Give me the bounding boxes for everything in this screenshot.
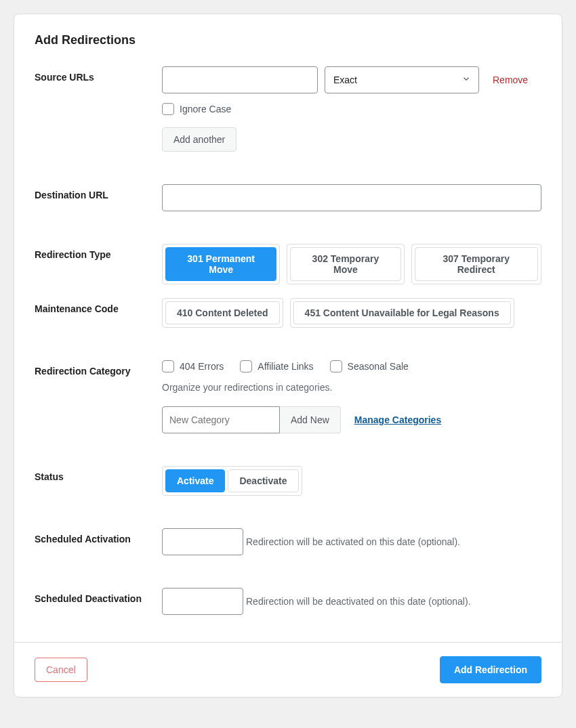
category-404-label[interactable]: 404 Errors [180,361,224,372]
category-affiliate-checkbox[interactable] [240,360,252,372]
scheduled-activation-row: Scheduled Activation Redirection will be… [35,528,541,555]
maintenance-code-label: Maintenance Code [35,298,162,314]
maintenance-code-410[interactable]: 410 Content Deleted [165,301,280,324]
add-another-button[interactable]: Add another [162,127,236,152]
category-checkboxes: 404 Errors Affiliate Links Seasonal Sale [162,360,541,372]
status-content: Activate Deactivate [162,466,541,496]
redirection-category-content: 404 Errors Affiliate Links Seasonal Sale… [162,360,541,433]
status-row: Status Activate Deactivate [35,466,541,496]
source-url-input[interactable] [162,66,318,93]
redirection-type-row: Redirection Type 301 Permanent Move 302 … [35,244,541,284]
maintenance-code-451[interactable]: 451 Content Unavailable for Legal Reason… [293,301,511,324]
remove-source-link[interactable]: Remove [493,74,528,85]
scheduled-deactivation-content: Redirection will be deactivated on this … [162,588,541,615]
ignore-case-label[interactable]: Ignore Case [180,104,231,114]
status-pills: Activate Deactivate [162,466,302,496]
source-urls-content: Exact Remove Ignore Case Add another [162,66,541,152]
category-seasonal-checkbox[interactable] [330,360,342,372]
redirection-type-content: 301 Permanent Move 302 Temporary Move 30… [162,244,541,284]
maintenance-code-pills: 410 Content Deleted 451 Content Unavaila… [162,298,541,328]
card-footer: Cancel Add Redirection [14,642,562,697]
scheduled-activation-input[interactable] [162,528,243,555]
redirection-category-row: Redirection Category 404 Errors Affiliat… [35,360,541,433]
add-redirection-card: Add Redirections Source URLs Exact Remov… [14,14,562,698]
category-affiliate-row: Affiliate Links [240,360,313,372]
destination-url-content [162,184,541,211]
destination-url-input[interactable] [162,184,541,211]
scheduled-deactivation-help: Redirection will be deactivated on this … [246,596,471,607]
category-help-text: Organize your redirections in categories… [162,382,541,393]
status-label: Status [35,466,162,482]
redirection-type-307[interactable]: 307 Temporary Redirect [415,247,538,281]
scheduled-activation-help: Redirection will be activated on this da… [246,536,460,547]
scheduled-deactivation-label: Scheduled Deactivation [35,588,162,604]
scheduled-activation-content: Redirection will be activated on this da… [162,528,541,555]
redirection-category-label: Redirection Category [35,360,162,377]
manage-categories-link[interactable]: Manage Categories [354,414,441,425]
match-type-select[interactable]: Exact [325,66,479,93]
maintenance-code-content: 410 Content Deleted 451 Content Unavaila… [162,298,541,328]
category-404-checkbox[interactable] [162,360,174,372]
new-category-row: Add New Manage Categories [162,406,541,433]
scheduled-deactivation-input[interactable] [162,588,243,615]
add-redirection-button[interactable]: Add Redirection [440,656,541,683]
redirection-type-pills: 301 Permanent Move 302 Temporary Move 30… [162,244,541,284]
page-title: Add Redirections [35,33,541,47]
category-404-row: 404 Errors [162,360,224,372]
redirection-type-label: Redirection Type [35,244,162,260]
category-seasonal-label[interactable]: Seasonal Sale [348,361,409,372]
destination-url-label: Destination URL [35,184,162,200]
category-seasonal-row: Seasonal Sale [330,360,409,372]
category-affiliate-label[interactable]: Affiliate Links [258,361,313,372]
destination-url-row: Destination URL [35,184,541,211]
cancel-button[interactable]: Cancel [35,658,87,682]
source-urls-row: Source URLs Exact Remove [35,66,541,152]
source-urls-label: Source URLs [35,66,162,83]
status-activate[interactable]: Activate [165,469,225,492]
ignore-case-checkbox-row: Ignore Case [162,103,541,115]
add-new-category-button[interactable]: Add New [280,406,341,433]
ignore-case-checkbox[interactable] [162,103,174,115]
scheduled-deactivation-row: Scheduled Deactivation Redirection will … [35,588,541,615]
redirection-type-302[interactable]: 302 Temporary Move [290,247,400,281]
status-deactivate[interactable]: Deactivate [228,469,298,492]
redirection-type-301[interactable]: 301 Permanent Move [165,247,276,281]
scheduled-activation-label: Scheduled Activation [35,528,162,544]
card-body: Add Redirections Source URLs Exact Remov… [14,14,562,642]
source-url-item: Exact Remove [162,66,541,93]
maintenance-code-row: Maintenance Code 410 Content Deleted 451… [35,298,541,328]
match-type-select-wrap: Exact [325,66,479,93]
new-category-input[interactable] [162,406,280,433]
